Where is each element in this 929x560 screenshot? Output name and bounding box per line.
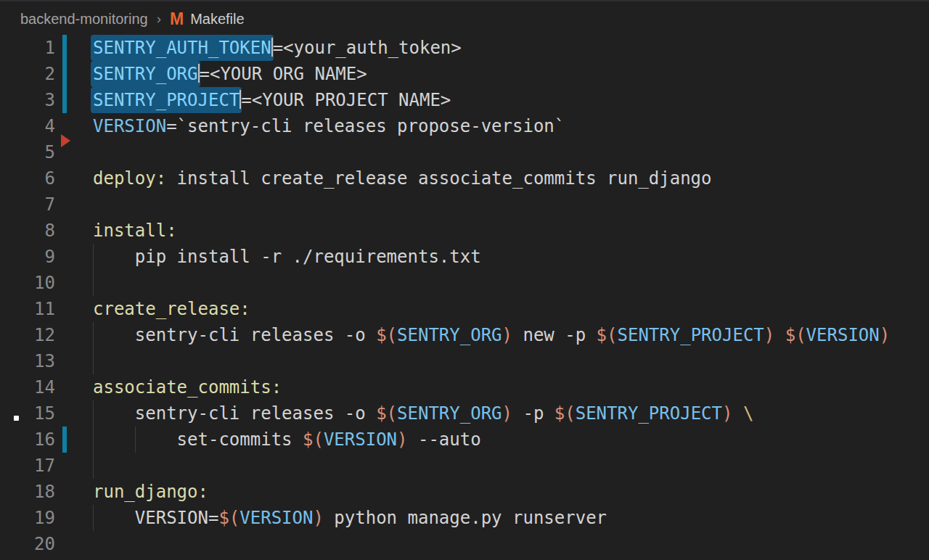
code-line[interactable]: 2SENTRY_ORG=<YOUR ORG NAME>	[0, 61, 929, 87]
modified-line-indicator[interactable]	[62, 87, 67, 113]
code-line[interactable]: 20	[0, 531, 929, 557]
code-line[interactable]: 14associate_commits:	[0, 374, 929, 400]
code-line[interactable]: 8install:	[0, 218, 929, 244]
code-segment: $(	[376, 403, 397, 424]
code-segment: sentry-cli releases -o	[93, 325, 376, 345]
code-line[interactable]: 11create_release:	[0, 296, 929, 322]
code-segment: set-commits	[93, 429, 303, 450]
code-segment: =`sentry-cli releases propose-version`	[166, 116, 565, 136]
line-number[interactable]: 13	[0, 348, 55, 374]
line-number[interactable]: 14	[0, 374, 55, 400]
line-number[interactable]: 20	[0, 531, 55, 557]
line-number[interactable]: 17	[0, 453, 55, 479]
code-segment: run_django:	[93, 482, 208, 502]
code-line[interactable]: 10	[0, 270, 929, 296]
code-segment: $(	[785, 325, 806, 345]
code-line[interactable]: 3SENTRY_PROJECT=<YOUR PROJECT NAME>	[0, 87, 929, 113]
code-segment: VERSION	[240, 508, 313, 528]
code-segment: VERSION	[93, 116, 166, 136]
line-number[interactable]: 4	[0, 113, 55, 139]
code-segment: SENTRY_ORG	[397, 403, 502, 424]
code-segment: new -p	[512, 325, 597, 345]
code-line[interactable]: 1SENTRY_AUTH_TOKEN=<your_auth_token>	[0, 35, 929, 61]
code-segment: python manage.py runserver	[324, 508, 607, 528]
line-number[interactable]: 9	[0, 244, 55, 270]
code-line[interactable]: 12 sentry-cli releases -o $(SENTRY_ORG) …	[0, 322, 929, 348]
code-segment: sentry-cli releases -o	[93, 403, 376, 424]
code-segment: -p	[512, 403, 554, 424]
selected-text: SENTRY_PROJECT	[91, 87, 242, 113]
code-segment: )	[502, 403, 512, 424]
line-number[interactable]: 11	[0, 296, 55, 322]
code-segment: )	[764, 325, 774, 345]
line-number[interactable]: 16	[0, 427, 55, 453]
code-text: install:	[93, 218, 177, 244]
indent-guide	[93, 348, 94, 374]
code-segment: )	[313, 508, 323, 528]
code-text: sentry-cli releases -o $(SENTRY_ORG) -p …	[93, 400, 753, 427]
red-arrow-marker-icon[interactable]	[61, 134, 70, 147]
code-text: SENTRY_PROJECT=<YOUR PROJECT NAME>	[93, 87, 451, 113]
code-text: SENTRY_ORG=<YOUR ORG NAME>	[93, 61, 367, 87]
code-text: set-commits $(VERSION) --auto	[93, 427, 481, 453]
code-segment: SENTRY_ORG	[397, 325, 502, 345]
code-text: VERSION=$(VERSION) python manage.py runs…	[93, 505, 607, 531]
code-segment: associate_commits:	[93, 377, 282, 398]
line-number[interactable]: 2	[0, 61, 55, 87]
code-line[interactable]: 18run_django:	[0, 479, 929, 505]
mouse-cursor-dot	[14, 416, 19, 421]
code-text: sentry-cli releases -o $(SENTRY_ORG) new…	[93, 322, 890, 348]
code-line[interactable]: 4VERSION=`sentry-cli releases propose-ve…	[0, 113, 929, 139]
line-number[interactable]: 19	[0, 505, 55, 531]
code-segment: =<your_auth_token>	[273, 38, 462, 58]
line-number[interactable]: 7	[0, 192, 55, 218]
code-text: create_release:	[93, 296, 250, 322]
code-segment: $(	[554, 403, 576, 424]
code-line[interactable]: 15 sentry-cli releases -o $(SENTRY_ORG) …	[0, 400, 929, 427]
modified-line-indicator[interactable]	[62, 61, 67, 87]
line-number[interactable]: 6	[0, 165, 55, 192]
code-text: SENTRY_AUTH_TOKEN=<your_auth_token>	[93, 35, 462, 61]
editor[interactable]: 1SENTRY_AUTH_TOKEN=<your_auth_token>2SEN…	[0, 0, 929, 560]
code-segment: $(	[376, 325, 397, 345]
code-segment	[732, 403, 742, 424]
code-segment: --auto	[408, 429, 481, 450]
code-text: associate_commits:	[93, 374, 282, 400]
code-segment: )	[880, 325, 890, 345]
indent-guide	[93, 270, 94, 296]
line-number[interactable]: 12	[0, 322, 55, 348]
code-segment: $(	[303, 429, 324, 450]
code-segment: install create_release associate_commits…	[166, 168, 711, 189]
code-line[interactable]: 17	[0, 453, 929, 479]
code-segment: =<YOUR ORG NAME>	[200, 64, 367, 84]
indent-guide	[93, 453, 94, 479]
line-number[interactable]: 1	[0, 35, 55, 61]
code-segment: deploy:	[93, 168, 166, 189]
line-number[interactable]: 15	[0, 400, 55, 427]
code-segment: install:	[93, 221, 177, 241]
line-number[interactable]: 3	[0, 87, 55, 113]
code-segment: $(	[597, 325, 618, 345]
modified-line-indicator[interactable]	[62, 35, 67, 61]
code-segment: pip install -r ./requirements.txt	[93, 247, 481, 267]
code-segment: VERSION	[806, 325, 880, 345]
line-number[interactable]: 10	[0, 270, 55, 296]
line-number[interactable]: 5	[0, 139, 55, 165]
code-segment: =<YOUR PROJECT NAME>	[241, 90, 451, 110]
code-line[interactable]: 7	[0, 192, 929, 218]
selected-text: SENTRY_AUTH_TOKEN	[91, 35, 274, 61]
code-line[interactable]: 6deploy: install create_release associat…	[0, 165, 929, 192]
code-line[interactable]: 5	[0, 139, 929, 165]
code-line[interactable]: 9 pip install -r ./requirements.txt	[0, 244, 929, 270]
code-segment: VERSION=	[93, 508, 218, 528]
code-segment: create_release:	[93, 299, 250, 319]
code-line[interactable]: 19 VERSION=$(VERSION) python manage.py r…	[0, 505, 929, 531]
code-line[interactable]: 16 set-commits $(VERSION) --auto	[0, 427, 929, 453]
code-segment: $(	[218, 508, 240, 528]
code-text: run_django:	[93, 479, 208, 505]
modified-line-indicator[interactable]	[62, 427, 67, 453]
code-line[interactable]: 13	[0, 348, 929, 374]
line-number[interactable]: 18	[0, 479, 55, 505]
line-number[interactable]: 8	[0, 218, 55, 244]
code-segment: )	[502, 325, 512, 345]
